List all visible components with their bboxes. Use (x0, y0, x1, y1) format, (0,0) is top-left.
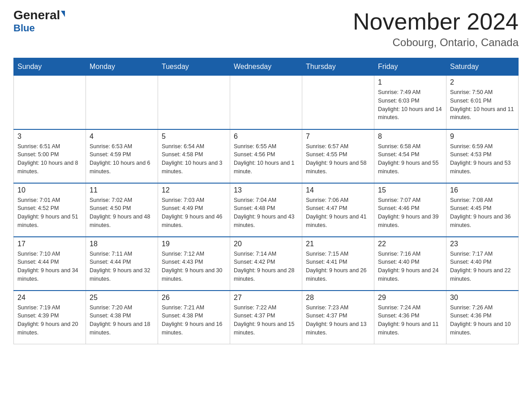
cell-week2-day5: 7Sunrise: 6:57 AMSunset: 4:55 PMDaylight… (302, 129, 374, 183)
day-info: Sunrise: 7:12 AMSunset: 4:43 PMDaylight:… (162, 250, 226, 283)
day-info: Sunrise: 6:51 AMSunset: 5:00 PMDaylight:… (17, 142, 82, 176)
day-info: Sunrise: 6:55 AMSunset: 4:56 PMDaylight:… (234, 142, 298, 176)
day-info: Sunrise: 7:50 AMSunset: 6:01 PMDaylight:… (450, 88, 515, 122)
calendar-title: November 2024 (353, 9, 519, 34)
cell-week4-day1: 17Sunrise: 7:10 AMSunset: 4:44 PMDayligh… (14, 237, 86, 291)
cell-week3-day3: 12Sunrise: 7:03 AMSunset: 4:49 PMDayligh… (158, 183, 230, 237)
cell-week2-day6: 8Sunrise: 6:58 AMSunset: 4:54 PMDaylight… (374, 129, 446, 183)
day-info: Sunrise: 7:14 AMSunset: 4:42 PMDaylight:… (234, 250, 298, 283)
day-info: Sunrise: 7:22 AMSunset: 4:37 PMDaylight:… (234, 304, 298, 337)
day-number: 21 (306, 240, 370, 248)
day-number: 1 (378, 78, 442, 86)
logo-general: General (13, 9, 65, 21)
day-info: Sunrise: 6:59 AMSunset: 4:53 PMDaylight:… (450, 142, 515, 176)
cell-week4-day6: 22Sunrise: 7:16 AMSunset: 4:40 PMDayligh… (374, 237, 446, 291)
day-number: 27 (234, 294, 298, 302)
calendar-subtitle: Cobourg, Ontario, Canada (353, 36, 519, 49)
cell-week3-day6: 15Sunrise: 7:07 AMSunset: 4:46 PMDayligh… (374, 183, 446, 237)
cell-week2-day3: 5Sunrise: 6:54 AMSunset: 4:58 PMDaylight… (158, 129, 230, 183)
cell-week3-day4: 13Sunrise: 7:04 AMSunset: 4:48 PMDayligh… (230, 183, 302, 237)
day-number: 17 (17, 240, 82, 248)
header: General Blue November 2024 Cobourg, Onta… (13, 9, 519, 49)
cell-week4-day7: 23Sunrise: 7:17 AMSunset: 4:40 PMDayligh… (446, 237, 519, 291)
cell-week4-day2: 18Sunrise: 7:11 AMSunset: 4:44 PMDayligh… (86, 237, 158, 291)
day-info: Sunrise: 7:11 AMSunset: 4:44 PMDaylight:… (90, 250, 154, 283)
cell-week4-day3: 19Sunrise: 7:12 AMSunset: 4:43 PMDayligh… (158, 237, 230, 291)
day-info: Sunrise: 6:53 AMSunset: 4:59 PMDaylight:… (90, 142, 154, 176)
day-info: Sunrise: 7:23 AMSunset: 4:37 PMDaylight:… (306, 304, 370, 337)
day-number: 5 (162, 133, 226, 141)
day-info: Sunrise: 6:54 AMSunset: 4:58 PMDaylight:… (162, 142, 226, 176)
day-number: 28 (306, 294, 370, 302)
day-number: 4 (90, 133, 154, 141)
day-number: 2 (450, 78, 515, 86)
day-number: 22 (378, 240, 442, 248)
cell-week3-day7: 16Sunrise: 7:08 AMSunset: 4:45 PMDayligh… (446, 183, 519, 237)
day-number: 13 (234, 186, 298, 194)
cell-week2-day1: 3Sunrise: 6:51 AMSunset: 5:00 PMDaylight… (14, 129, 86, 183)
cell-week5-day7: 30Sunrise: 7:26 AMSunset: 4:36 PMDayligh… (446, 291, 519, 344)
cell-week3-day1: 10Sunrise: 7:01 AMSunset: 4:52 PMDayligh… (14, 183, 86, 237)
cell-week5-day6: 29Sunrise: 7:24 AMSunset: 4:36 PMDayligh… (374, 291, 446, 344)
weekday-header-row: Sunday Monday Tuesday Wednesday Thursday… (14, 58, 519, 76)
day-number: 16 (450, 186, 515, 194)
day-number: 20 (234, 240, 298, 248)
cell-week2-day2: 4Sunrise: 6:53 AMSunset: 4:59 PMDaylight… (86, 129, 158, 183)
header-tuesday: Tuesday (158, 58, 230, 76)
day-number: 8 (378, 133, 442, 141)
day-number: 3 (17, 133, 82, 141)
header-sunday: Sunday (14, 58, 86, 76)
day-number: 7 (306, 133, 370, 141)
day-number: 19 (162, 240, 226, 248)
day-info: Sunrise: 7:19 AMSunset: 4:39 PMDaylight:… (17, 304, 82, 337)
logo: General Blue (13, 9, 65, 34)
day-info: Sunrise: 7:03 AMSunset: 4:49 PMDaylight:… (162, 196, 226, 230)
cell-week1-day6: 1Sunrise: 7:49 AMSunset: 6:03 PMDaylight… (374, 76, 446, 129)
day-info: Sunrise: 7:16 AMSunset: 4:40 PMDaylight:… (378, 250, 442, 283)
day-number: 9 (450, 133, 515, 141)
header-monday: Monday (86, 58, 158, 76)
day-info: Sunrise: 7:04 AMSunset: 4:48 PMDaylight:… (234, 196, 298, 230)
day-info: Sunrise: 7:24 AMSunset: 4:36 PMDaylight:… (378, 304, 442, 337)
week-row-3: 10Sunrise: 7:01 AMSunset: 4:52 PMDayligh… (14, 183, 519, 237)
day-info: Sunrise: 7:08 AMSunset: 4:45 PMDaylight:… (450, 196, 515, 230)
week-row-5: 24Sunrise: 7:19 AMSunset: 4:39 PMDayligh… (14, 291, 519, 344)
week-row-4: 17Sunrise: 7:10 AMSunset: 4:44 PMDayligh… (14, 237, 519, 291)
title-area: November 2024 Cobourg, Ontario, Canada (353, 9, 519, 49)
cell-week1-day2 (86, 76, 158, 129)
day-info: Sunrise: 7:17 AMSunset: 4:40 PMDaylight:… (450, 250, 515, 283)
day-number: 11 (90, 186, 154, 194)
day-info: Sunrise: 6:57 AMSunset: 4:55 PMDaylight:… (306, 142, 370, 176)
cell-week3-day5: 14Sunrise: 7:06 AMSunset: 4:47 PMDayligh… (302, 183, 374, 237)
cell-week1-day1 (14, 76, 86, 129)
day-number: 29 (378, 294, 442, 302)
cell-week5-day4: 27Sunrise: 7:22 AMSunset: 4:37 PMDayligh… (230, 291, 302, 344)
cell-week1-day7: 2Sunrise: 7:50 AMSunset: 6:01 PMDaylight… (446, 76, 519, 129)
day-number: 24 (17, 294, 82, 302)
cell-week5-day1: 24Sunrise: 7:19 AMSunset: 4:39 PMDayligh… (14, 291, 86, 344)
day-info: Sunrise: 7:01 AMSunset: 4:52 PMDaylight:… (17, 196, 82, 230)
cell-week2-day4: 6Sunrise: 6:55 AMSunset: 4:56 PMDaylight… (230, 129, 302, 183)
header-friday: Friday (374, 58, 446, 76)
week-row-1: 1Sunrise: 7:49 AMSunset: 6:03 PMDaylight… (14, 76, 519, 129)
day-info: Sunrise: 7:49 AMSunset: 6:03 PMDaylight:… (378, 88, 442, 122)
calendar-table: Sunday Monday Tuesday Wednesday Thursday… (13, 58, 519, 344)
day-number: 30 (450, 294, 515, 302)
day-number: 6 (234, 133, 298, 141)
week-row-2: 3Sunrise: 6:51 AMSunset: 5:00 PMDaylight… (14, 129, 519, 183)
day-number: 10 (17, 186, 82, 194)
day-number: 23 (450, 240, 515, 248)
cell-week1-day5 (302, 76, 374, 129)
day-info: Sunrise: 7:26 AMSunset: 4:36 PMDaylight:… (450, 304, 515, 337)
day-number: 14 (306, 186, 370, 194)
logo-blue: Blue (13, 22, 35, 34)
cell-week5-day3: 26Sunrise: 7:21 AMSunset: 4:38 PMDayligh… (158, 291, 230, 344)
day-info: Sunrise: 7:07 AMSunset: 4:46 PMDaylight:… (378, 196, 442, 230)
day-number: 25 (90, 294, 154, 302)
header-saturday: Saturday (446, 58, 519, 76)
header-wednesday: Wednesday (230, 58, 302, 76)
day-number: 26 (162, 294, 226, 302)
day-info: Sunrise: 7:06 AMSunset: 4:47 PMDaylight:… (306, 196, 370, 230)
cell-week3-day2: 11Sunrise: 7:02 AMSunset: 4:50 PMDayligh… (86, 183, 158, 237)
cell-week1-day3 (158, 76, 230, 129)
